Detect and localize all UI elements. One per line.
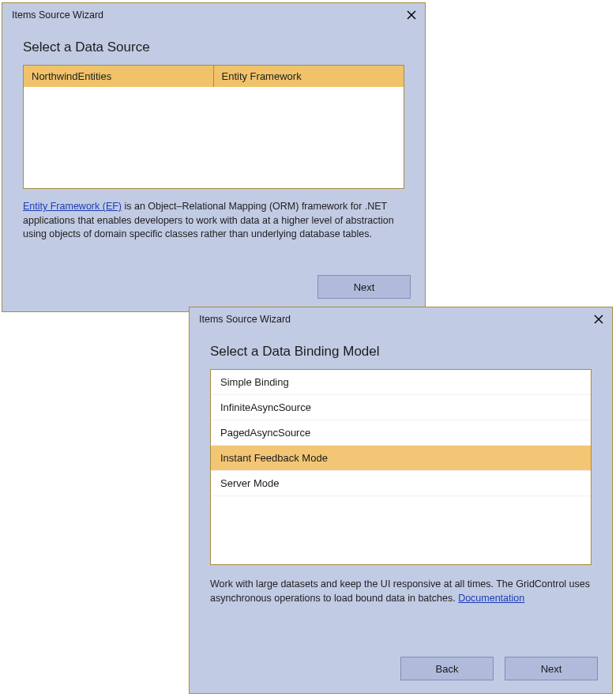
button-bar: Back Next bbox=[400, 657, 598, 680]
description-text: Work with large datasets and keep the UI… bbox=[210, 578, 592, 605]
titlebar: Items Source Wizard bbox=[2, 3, 425, 27]
back-button[interactable]: Back bbox=[400, 657, 494, 680]
close-icon[interactable] bbox=[593, 314, 604, 325]
titlebar: Items Source Wizard bbox=[190, 307, 612, 331]
next-button[interactable]: Next bbox=[317, 275, 411, 299]
button-bar: Next bbox=[317, 275, 411, 299]
items-source-wizard-dialog-binding: Items Source Wizard Select a Data Bindin… bbox=[189, 307, 613, 694]
dialog-content: Select a Data Source NorthwindEntities E… bbox=[2, 27, 425, 253]
list-item[interactable]: Instant Feedback Mode bbox=[211, 446, 591, 471]
close-icon[interactable] bbox=[406, 9, 417, 21]
binding-model-list: Simple BindingInfiniteAsyncSourcePagedAs… bbox=[210, 369, 592, 565]
data-source-table: NorthwindEntities Entity Framework bbox=[23, 65, 404, 189]
items-source-wizard-dialog-datasource: Items Source Wizard Select a Data Source… bbox=[2, 2, 426, 312]
list-empty-area bbox=[211, 496, 591, 564]
dialog-content: Select a Data Binding Model Simple Bindi… bbox=[190, 331, 612, 616]
documentation-link[interactable]: Documentation bbox=[458, 593, 524, 604]
list-item[interactable]: Server Mode bbox=[211, 471, 591, 496]
description-body: Work with large datasets and keep the UI… bbox=[210, 578, 590, 604]
table-body-empty bbox=[24, 87, 404, 188]
dialog-title: Items Source Wizard bbox=[12, 9, 406, 21]
table-header-cell-type: Entity Framework bbox=[214, 66, 404, 87]
page-heading: Select a Data Source bbox=[23, 40, 404, 55]
table-header-cell-name: NorthwindEntities bbox=[24, 66, 214, 87]
list-item[interactable]: InfiniteAsyncSource bbox=[211, 395, 591, 420]
list-item[interactable]: Simple Binding bbox=[211, 370, 591, 395]
description-text: Entity Framework (EF) is an Object–Relat… bbox=[23, 200, 404, 242]
dialog-title: Items Source Wizard bbox=[199, 314, 593, 325]
table-header-row[interactable]: NorthwindEntities Entity Framework bbox=[24, 66, 404, 87]
list-item[interactable]: PagedAsyncSource bbox=[211, 420, 591, 446]
page-heading: Select a Data Binding Model bbox=[210, 344, 592, 360]
entity-framework-link[interactable]: Entity Framework (EF) bbox=[23, 201, 122, 212]
next-button[interactable]: Next bbox=[505, 657, 598, 680]
